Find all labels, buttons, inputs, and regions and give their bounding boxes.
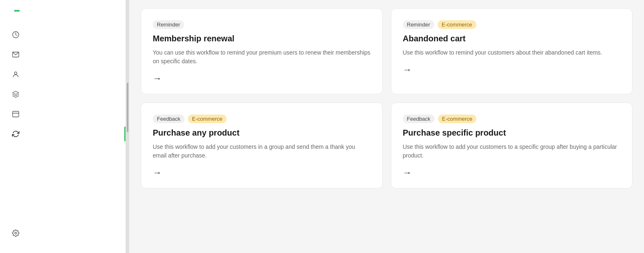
sidebar-item-campaigns[interactable]: [0, 45, 125, 64]
svg-rect-4: [13, 111, 19, 117]
card-desc: You can use this workflow to remind your…: [153, 48, 371, 66]
clock-icon: [12, 31, 20, 39]
sidebar-item-automation[interactable]: [0, 124, 125, 144]
card-tags: FeedbackE-commerce: [403, 115, 621, 123]
browser-icon: [12, 110, 20, 118]
logo-badge: [14, 10, 20, 12]
tag-ecommerce: E-commerce: [438, 20, 476, 29]
card-title: Purchase any product: [153, 128, 371, 138]
card-desc: Use this workflow to add your customers …: [153, 143, 371, 160]
scrollbar-thumb[interactable]: [127, 83, 128, 132]
logo: [0, 10, 125, 25]
card-tags: Reminder: [153, 20, 371, 29]
sidebar-item-dashboard[interactable]: [0, 25, 125, 45]
card-arrow[interactable]: →: [403, 64, 621, 75]
card-arrow[interactable]: →: [153, 167, 371, 178]
card-title: Abandoned cart: [403, 34, 621, 43]
card-membership-renewal[interactable]: ReminderMembership renewalYou can use th…: [141, 8, 383, 94]
sidebar: [0, 0, 126, 253]
sidebar-item-forms[interactable]: [0, 84, 125, 104]
svg-marker-3: [13, 91, 19, 95]
workflow-cards-grid: ReminderMembership renewalYou can use th…: [141, 8, 632, 189]
card-tags: FeedbackE-commerce: [153, 115, 371, 123]
layers-icon: [12, 90, 20, 98]
card-desc: Use this workflow to add your customers …: [403, 143, 621, 160]
card-arrow[interactable]: →: [153, 73, 371, 84]
card-abandoned-cart[interactable]: ReminderE-commerceAbandoned cartUse this…: [391, 8, 633, 94]
card-purchase-any-product[interactable]: FeedbackE-commercePurchase any productUs…: [141, 103, 383, 189]
tag-reminder: Reminder: [403, 20, 434, 29]
sidebar-item-account-settings[interactable]: [0, 223, 125, 243]
svg-point-6: [15, 232, 17, 234]
mail-icon: [12, 50, 20, 59]
tag-feedback: Feedback: [403, 115, 435, 123]
person-icon: [12, 70, 20, 79]
card-tags: ReminderE-commerce: [403, 20, 621, 29]
scrollbar-track[interactable]: [126, 0, 129, 253]
card-purchase-specific-product[interactable]: FeedbackE-commercePurchase specific prod…: [391, 103, 633, 189]
refresh-icon: [12, 130, 20, 138]
tag-reminder: Reminder: [153, 20, 184, 29]
card-desc: Use this workflow to remind your custome…: [403, 48, 621, 57]
tag-feedback: Feedback: [153, 115, 185, 123]
tag-ecommerce: E-commerce: [438, 115, 477, 123]
svg-point-2: [14, 72, 17, 74]
sidebar-item-sites[interactable]: [0, 104, 125, 124]
sidebar-item-subscribers[interactable]: [0, 64, 125, 84]
gear-icon: [12, 229, 20, 237]
card-title: Purchase specific product: [403, 128, 621, 138]
card-title: Membership renewal: [153, 34, 371, 43]
tag-ecommerce: E-commerce: [188, 115, 227, 123]
main-content: ReminderMembership renewalYou can use th…: [129, 0, 644, 253]
card-arrow[interactable]: →: [403, 167, 621, 178]
